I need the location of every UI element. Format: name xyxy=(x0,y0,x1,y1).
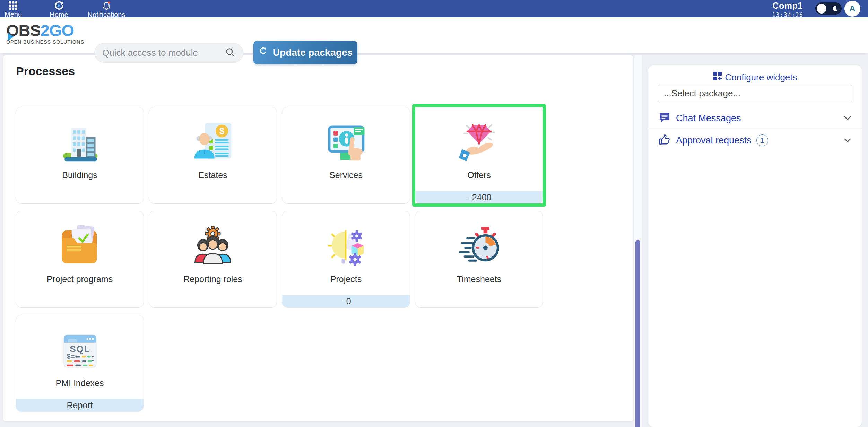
approval-requests-section[interactable]: Approval requests 1 xyxy=(648,130,862,150)
card-estates[interactable]: $ Estate xyxy=(149,107,277,204)
svg-text:$: $ xyxy=(219,126,224,136)
chat-messages-section[interactable]: Chat Messages xyxy=(648,108,862,128)
card-label: Project programs xyxy=(16,274,144,284)
top-navbar: Menu Home Notifications xyxy=(0,0,868,17)
approval-requests-label: Approval requests xyxy=(676,135,752,146)
toggle-knob xyxy=(817,4,826,14)
search-input[interactable] xyxy=(102,47,222,58)
processes-panel: Processes xyxy=(3,55,633,421)
widgets-plus-icon xyxy=(713,71,722,83)
avatar[interactable]: A xyxy=(844,1,860,17)
stopwatch-icon xyxy=(457,225,501,269)
card-offers[interactable]: Offers - 2400 xyxy=(415,107,543,204)
estates-icon: $ xyxy=(191,121,235,165)
card-label: Offers xyxy=(415,170,543,180)
card-footer-count: - 0 xyxy=(282,295,410,307)
sidebar-divider xyxy=(648,129,862,129)
clock: 13:34:26 xyxy=(770,11,805,18)
company-name: Comp1 xyxy=(770,1,805,11)
card-projects[interactable]: Projects - 0 xyxy=(282,211,410,308)
page-title: Processes xyxy=(16,64,75,78)
nav-menu-label: Menu xyxy=(5,10,22,18)
chevron-down-icon xyxy=(844,138,851,143)
folder-check-icon xyxy=(58,225,102,269)
avatar-initial: A xyxy=(849,4,855,14)
configure-widgets-link[interactable]: Configure widgets xyxy=(648,71,862,83)
play-triangle-icon xyxy=(8,27,14,43)
grid-menu-icon xyxy=(9,1,18,10)
search-icon[interactable] xyxy=(225,47,235,59)
logo-text: OBS2GO xyxy=(6,22,84,38)
sql-window-icon: SQL $= xyxy=(58,329,102,373)
package-select[interactable] xyxy=(658,85,852,102)
nav-notifications[interactable]: Notifications xyxy=(87,1,125,19)
idea-gears-icon xyxy=(324,225,368,269)
chevron-down-icon xyxy=(844,116,851,121)
card-timesheets[interactable]: Timesheets xyxy=(415,211,543,308)
update-packages-label: Update packages xyxy=(273,47,353,58)
moon-icon xyxy=(832,5,839,13)
card-reporting-roles[interactable]: Reporting roles xyxy=(149,211,277,308)
buildings-icon xyxy=(58,121,102,165)
app-header: OBS2GO OPEN BUSINESS SOLUTIONS Up xyxy=(0,17,868,53)
quick-access-search xyxy=(94,43,243,63)
card-label: PMI Indexes xyxy=(16,378,144,388)
team-gear-icon xyxy=(191,225,235,269)
nav-home[interactable]: Home xyxy=(48,1,70,19)
company-block: Comp1 13:34:26 xyxy=(770,1,805,18)
svg-text:$=: $= xyxy=(67,352,75,360)
nav-notifications-label: Notifications xyxy=(88,11,125,19)
card-label: Estates xyxy=(149,170,277,180)
nav-home-label: Home xyxy=(50,11,68,19)
card-label: Reporting roles xyxy=(149,274,277,284)
brand-logo[interactable]: OBS2GO OPEN BUSINESS SOLUTIONS xyxy=(6,22,84,45)
approval-count-badge: 1 xyxy=(756,134,768,146)
card-pmi-indexes[interactable]: SQL $= PMI Indexes Re xyxy=(16,315,144,412)
theme-toggle[interactable] xyxy=(815,2,842,15)
configure-widgets-label: Configure widgets xyxy=(725,72,797,83)
card-buildings[interactable]: Buildings xyxy=(16,107,144,204)
card-label: Projects xyxy=(282,274,410,284)
scrollbar-thumb[interactable] xyxy=(635,240,640,427)
card-footer-report: Report xyxy=(16,399,144,411)
logo-subtitle: OPEN BUSINESS SOLUTIONS xyxy=(6,39,84,45)
circular-arrow-home-icon xyxy=(54,1,64,10)
card-footer-count: - 2400 xyxy=(415,191,543,203)
update-packages-button[interactable]: Update packages xyxy=(253,41,357,64)
services-icon xyxy=(324,121,368,165)
sync-icon xyxy=(258,46,268,59)
card-label: Timesheets xyxy=(415,274,543,284)
card-label: Services xyxy=(282,170,410,180)
app-screen: Menu Home Notifications xyxy=(0,0,868,427)
logo-accent-part: 2GO xyxy=(41,21,74,40)
chat-messages-label: Chat Messages xyxy=(676,113,741,124)
bell-icon xyxy=(102,1,111,10)
nav-menu[interactable]: Menu xyxy=(3,1,23,18)
widgets-sidebar: Configure widgets Chat Messages xyxy=(648,65,862,427)
card-label: Buildings xyxy=(16,170,144,180)
card-services[interactable]: Services xyxy=(282,107,410,204)
thumbs-up-icon xyxy=(659,134,670,147)
card-project-programs[interactable]: Project programs xyxy=(16,211,144,308)
diamond-hand-icon xyxy=(457,121,501,165)
chat-bubble-icon xyxy=(659,112,670,125)
process-card-grid: Buildings $ xyxy=(16,107,543,412)
